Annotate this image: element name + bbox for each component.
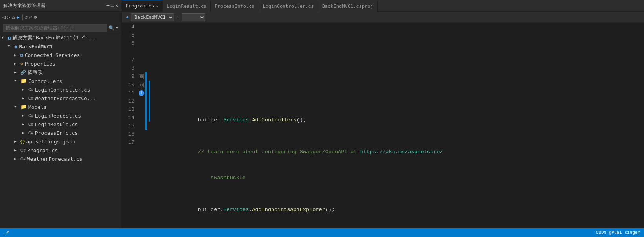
weatherforecast-file-arrow-icon: ▶ <box>14 157 20 161</box>
loginresult-arrow-icon: ▶ <box>22 122 28 127</box>
solution-icon: ◧ <box>8 35 11 41</box>
tree-item-logincontroller-file[interactable]: ▶ C# LoginController.cs <box>0 85 121 94</box>
line-number-5: 5 <box>122 32 138 38</box>
code-line-5: builder.Services.AddControllers(); <box>147 108 644 116</box>
tab-processinfo[interactable]: ProcessInfo.cs <box>211 1 259 12</box>
loginrequest-arrow-icon: ▶ <box>22 114 28 118</box>
collapse-open-icon[interactable]: ⊟ <box>139 74 144 79</box>
line-number-6: 6 <box>122 40 138 46</box>
vs-icon: ◆ <box>16 14 19 20</box>
json-icon: { } <box>20 140 25 144</box>
line-number-16: 16 <box>122 131 138 137</box>
info-breakpoint-icon: i <box>139 90 144 96</box>
sidebar-toolbar: ◁ ▷ ⌂ ◆ ↺ ⇄ ⚙ <box>0 12 121 23</box>
search-bar: 🔍 ▼ <box>0 23 121 33</box>
refresh-icon[interactable]: ↺ <box>24 14 28 20</box>
code-editor-content: 4 5 6 <box>122 23 644 228</box>
weatherforecast-controller-label: WeatherForecastCo... <box>35 96 97 101</box>
logincontroller-arrow-icon: ▶ <box>22 88 28 92</box>
program-file-label: Program.cs <box>27 147 58 153</box>
tab-program[interactable]: Program.cs ✕ <box>122 0 163 12</box>
models-label: Models <box>28 104 47 110</box>
connected-services-label: Connected Services <box>25 52 80 58</box>
properties-label: Properties <box>25 61 55 67</box>
tab-logincontroller-label: LoginController.cs <box>263 4 314 9</box>
breadcrumb-project-select[interactable]: BackEndMVC1 <box>131 13 174 21</box>
tree-item-deps[interactable]: ▶ 🔗 依赖项 <box>0 68 121 77</box>
tree-item-loginresult-file[interactable]: ▶ C# LoginResult.cs <box>0 120 121 129</box>
weatherforecast-arrow-icon: ▶ <box>22 96 28 101</box>
cs-icon-weatherforecast-file: C# <box>20 157 26 161</box>
logincontroller-file-label: LoginController.cs <box>35 87 90 93</box>
sidebar-title-bar-text: 解决方案资源管理器 <box>3 2 46 9</box>
tree-item-loginrequest[interactable]: ▶ C# LoginRequest.cs <box>0 111 121 120</box>
line-number-11: 11 <box>122 90 138 96</box>
connected-icon: ⊞ <box>20 53 23 58</box>
settings-icon[interactable]: ⚙ <box>34 14 37 20</box>
solution-label: 解决方案"BackEndMVC1"(1 个... <box>12 34 96 41</box>
tab-logincontroller[interactable]: LoginController.cs <box>259 1 318 12</box>
loginresult-file-label: LoginResult.cs <box>35 121 78 127</box>
loginrequest-label: LoginRequest.cs <box>35 113 81 119</box>
tree-item-weatherforecast-controller[interactable]: ▶ C# WeatherForecastCo... <box>0 94 121 103</box>
home-icon[interactable]: ⌂ <box>12 15 15 20</box>
line-number-17: 17 <box>122 140 138 145</box>
project-label: BackEndMVC1 <box>19 44 53 50</box>
line-number-10: 10 <box>122 82 138 88</box>
back-icon[interactable]: ◁ <box>2 14 6 20</box>
tree-item-properties[interactable]: ▶ ⚙ Properties <box>0 59 121 68</box>
tab-backendmvc1[interactable]: BackEndMVC1.csproj <box>318 1 378 12</box>
tree-item-connected-services[interactable]: ▶ ⊞ Connected Services <box>0 51 121 59</box>
forward-icon[interactable]: ▷ <box>7 14 10 20</box>
search-input[interactable] <box>3 24 107 32</box>
tree-item-solution[interactable]: ▼ ◧ 解决方案"BackEndMVC1"(1 个... <box>0 33 121 42</box>
code-text-area[interactable]: builder.Services.AddControllers(); // Le… <box>145 23 644 228</box>
line-number-7: 7 <box>122 57 138 63</box>
line-number-8: 8 <box>122 65 138 71</box>
line-number-15: 15 <box>122 123 138 129</box>
breadcrumb-member-select[interactable] <box>182 13 205 21</box>
cs-icon-logincontroller: C# <box>28 88 33 92</box>
cs-icon-processinfo: C# <box>28 131 33 135</box>
cs-icon-weatherforecast: C# <box>28 96 33 101</box>
line-number-13: 13 <box>122 107 138 112</box>
weatherforecast-file-label: WeatherForecast.cs <box>27 156 83 162</box>
cs-icon-loginrequest: C# <box>28 114 33 118</box>
models-folder-icon: 📁 <box>20 104 27 110</box>
tree-item-processinfo-file[interactable]: ▶ C# ProcessInfo.cs <box>0 129 121 137</box>
line-numbers-gutter: 4 5 6 <box>122 23 145 228</box>
project-arrow-icon: ▼ <box>8 44 14 48</box>
deps-label: 依赖项 <box>28 69 43 76</box>
tree-item-models[interactable]: ▼ 📁 Models <box>0 103 121 111</box>
chevron-down-icon[interactable]: ▼ <box>116 26 118 30</box>
line-number-12: 12 <box>122 98 138 104</box>
minimize-icon[interactable]: ─ <box>106 3 109 9</box>
sync-icon[interactable]: ⇄ <box>29 14 32 20</box>
tab-loginresult-label: LoginResult.cs <box>167 4 206 9</box>
tab-loginresult[interactable]: LoginResult.cs <box>163 1 211 12</box>
maximize-icon[interactable]: □ <box>111 3 114 9</box>
line-number-9: 9 <box>122 73 138 79</box>
code-line-6-cont: swashbuckle <box>147 165 644 174</box>
solution-tree: ▼ ◧ 解决方案"BackEndMVC1"(1 个... ▼ ◈ BackEnd… <box>0 33 121 228</box>
tree-item-project[interactable]: ▼ ◈ BackEndMVC1 <box>0 42 121 51</box>
search-icon[interactable]: 🔍 <box>108 25 114 31</box>
folder-icon: 📁 <box>20 78 27 84</box>
tree-item-weatherforecast-file[interactable]: ▶ C# WeatherForecast.cs <box>0 154 121 163</box>
code-line-4 <box>147 76 644 84</box>
breadcrumb-separator: › <box>176 14 180 20</box>
line-number-4: 4 <box>122 23 138 31</box>
cs-icon-program: C# <box>20 148 26 152</box>
editor-breadcrumb-bar: ◈ BackEndMVC1 › <box>122 12 644 23</box>
tab-program-close[interactable]: ✕ <box>156 4 158 8</box>
properties-icon: ⚙ <box>20 61 23 66</box>
tab-backendmvc1-label: BackEndMVC1.csproj <box>322 4 373 9</box>
tree-item-program-file[interactable]: ▶ C# Program.cs <box>0 146 121 154</box>
cs-icon-loginresult: C# <box>28 122 33 127</box>
close-icon[interactable]: ✕ <box>116 3 118 9</box>
appsettings-arrow-icon: ▶ <box>14 140 20 144</box>
tree-item-appsettings[interactable]: ▶ { } appsettings.json <box>0 137 121 146</box>
tree-item-controllers[interactable]: ▼ 📁 Controllers <box>0 77 121 85</box>
code-line-6: // Learn more about configuring Swagger/… <box>147 140 644 148</box>
collapse-minus-icon[interactable]: ⊟ <box>139 83 144 87</box>
